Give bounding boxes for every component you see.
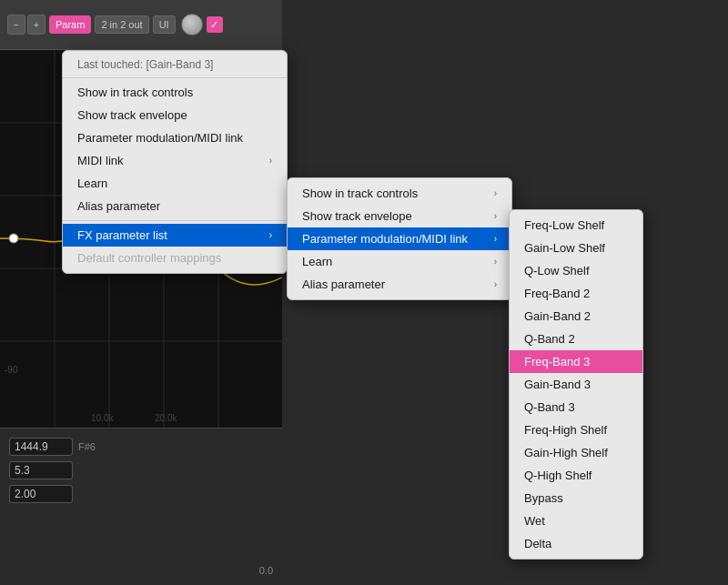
freq-input[interactable] <box>9 438 73 456</box>
toolbar: − + Param 2 in 2 out UI ✓ <box>0 0 282 50</box>
bw-row <box>9 485 273 503</box>
io-tab[interactable]: 2 in 2 out <box>95 15 148 34</box>
nav-minus-button[interactable]: − <box>7 15 25 35</box>
svg-text:20.0k: 20.0k <box>155 413 177 423</box>
menu3-item10[interactable]: Freq-High Shelf <box>510 419 642 441</box>
menu3-item4[interactable]: Freq-Band 2 <box>510 282 642 305</box>
menu2-item1-arrow: › <box>494 188 497 198</box>
menu1-item3[interactable]: Parameter modulation/MIDI link <box>63 126 287 149</box>
menu2-item5-arrow: › <box>494 279 497 289</box>
context-menu-3: Freq-Low Shelf Gain-Low Shelf Q-Low Shel… <box>509 209 643 560</box>
menu1-item1[interactable]: Show in track controls <box>63 81 287 104</box>
menu3-item9[interactable]: Q-Band 3 <box>510 396 642 419</box>
menu2-item2-arrow: › <box>494 211 497 221</box>
menu1-header: Last touched: [Gain-Band 3] <box>63 55 287 75</box>
menu1-item5[interactable]: Learn <box>63 172 287 195</box>
nav-plus-button[interactable]: + <box>27 15 46 35</box>
menu1-item2[interactable]: Show track envelope <box>63 104 287 126</box>
menu2-item2[interactable]: Show track envelope › <box>288 205 511 227</box>
menu3-item5[interactable]: Gain-Band 2 <box>510 305 642 328</box>
freq-row: F#6 <box>9 438 273 456</box>
nav-arrows: − + <box>7 15 46 35</box>
menu3-item1[interactable]: Freq-Low Shelf <box>510 214 642 237</box>
menu3-item13[interactable]: Bypass <box>510 487 642 509</box>
menu2-item3-arrow: › <box>494 234 497 244</box>
gain-input[interactable] <box>9 461 73 479</box>
menu3-item6[interactable]: Q-Band 2 <box>510 328 642 350</box>
menu2-item5[interactable]: Alias parameter › <box>288 273 511 296</box>
menu1-item7-arrow: › <box>269 230 272 240</box>
menu3-item12[interactable]: Q-High Shelf <box>510 464 642 487</box>
svg-point-11 <box>9 234 18 243</box>
knob[interactable] <box>181 14 203 35</box>
context-menu-2: Show in track controls › Show track enve… <box>287 177 512 300</box>
svg-text:-90: -90 <box>5 365 18 375</box>
menu2-item4[interactable]: Learn › <box>288 250 511 273</box>
bw-input[interactable] <box>9 485 73 503</box>
param-tab[interactable]: Param <box>49 15 91 34</box>
menu1-divider1 <box>63 77 287 78</box>
menu2-item3[interactable]: Parameter modulation/MIDI link › <box>288 227 511 250</box>
freq-label: F#6 <box>78 441 96 452</box>
active-indicator: ✓ <box>207 16 223 33</box>
gain-row <box>9 461 273 479</box>
menu3-item3[interactable]: Q-Low Shelf <box>510 259 642 282</box>
menu1-item7[interactable]: FX parameter list › <box>63 224 287 247</box>
menu1-item6[interactable]: Alias parameter <box>63 195 287 217</box>
menu3-item11[interactable]: Gain-High Shelf <box>510 441 642 464</box>
ui-tab[interactable]: UI <box>153 15 176 34</box>
menu1-divider2 <box>63 220 287 221</box>
menu1-item4-arrow: › <box>269 156 272 166</box>
menu3-item8[interactable]: Gain-Band 3 <box>510 373 642 396</box>
bottom-controls: F#6 0.0 <box>0 428 282 585</box>
menu3-item14[interactable]: Wet <box>510 509 642 532</box>
menu3-item15[interactable]: Delta <box>510 532 642 555</box>
menu1-item4[interactable]: MIDI link › <box>63 149 287 172</box>
menu3-item2[interactable]: Gain-Low Shelf <box>510 237 642 259</box>
menu2-item4-arrow: › <box>494 257 497 267</box>
menu3-item7[interactable]: Freq-Band 3 <box>510 350 642 373</box>
menu1-item8: Default controller mappings <box>63 247 287 269</box>
menu2-item1[interactable]: Show in track controls › <box>288 182 511 205</box>
bottom-value: 0.0 <box>259 565 273 576</box>
context-menu-1: Last touched: [Gain-Band 3] Show in trac… <box>62 50 288 274</box>
svg-text:10.0k: 10.0k <box>91 413 114 423</box>
